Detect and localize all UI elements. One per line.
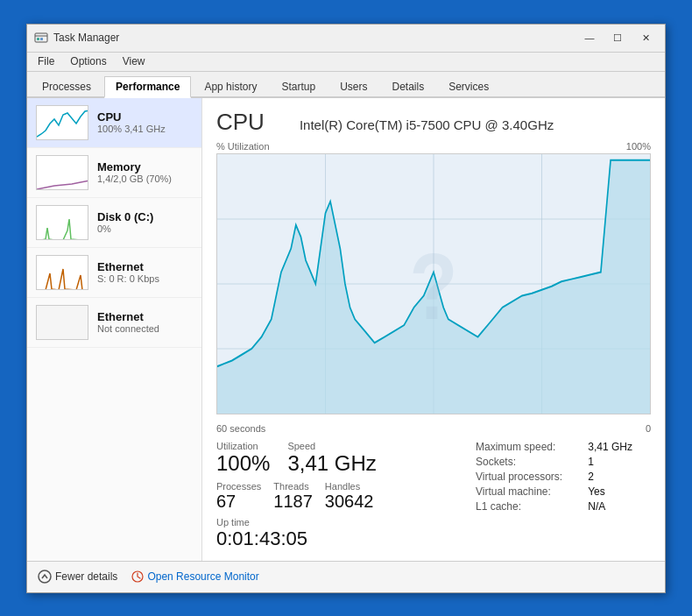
right-stats-grid: Maximum speed: 3,41 GHz Sockets: 1 Virtu… [476, 441, 651, 513]
chevron-up-icon [38, 570, 52, 584]
left-stats: Utilization 100% Speed 3,41 GHz Processe… [216, 441, 458, 550]
ethernet2-info: Ethernet Not connected [97, 310, 193, 334]
x-min: 60 seconds [216, 423, 265, 434]
title-bar-left: Task Manager [34, 31, 119, 45]
tab-users[interactable]: Users [328, 76, 378, 96]
y-label: % Utilization [216, 141, 270, 152]
cpu-header: CPU Intel(R) Core(TM) i5-7500 CPU @ 3.40… [216, 109, 651, 136]
ethernet2-mini-chart [37, 306, 88, 340]
close-button[interactable]: ✕ [633, 29, 658, 46]
ethernet1-thumb [36, 255, 88, 290]
disk-info: Disk 0 (C:) 0% [97, 210, 193, 234]
cpu-chart-svg: ? [217, 154, 650, 414]
ethernet1-mini-chart [37, 256, 88, 290]
utilization-value: 100% [216, 451, 270, 476]
virtual-proc-value: 2 [588, 471, 651, 483]
ethernet2-thumb [36, 305, 88, 340]
sidebar-item-disk[interactable]: Disk 0 (C:) 0% [27, 198, 201, 248]
right-stats: Maximum speed: 3,41 GHz Sockets: 1 Virtu… [476, 441, 651, 550]
cpu-thumb [36, 105, 88, 140]
tab-bar: Processes Performance App history Startu… [27, 72, 665, 98]
title-bar: Task Manager — ☐ ✕ [27, 25, 665, 53]
processes-label: Processes [216, 481, 261, 492]
processes-block: Processes 67 [216, 481, 261, 512]
cpu-sublabel: 100% 3,41 GHz [97, 124, 193, 134]
sidebar: CPU 100% 3,41 GHz Memory 1,4/2,0 GB (70%… [27, 98, 202, 561]
sockets-value: 1 [588, 456, 651, 468]
open-resource-monitor-button[interactable]: Open Resource Monitor [131, 570, 258, 583]
fewer-details-button[interactable]: Fewer details [38, 570, 117, 584]
virtual-proc-label: Virtual processors: [476, 471, 581, 483]
speed-block: Speed 3,41 GHz [287, 441, 376, 476]
footer: Fewer details Open Resource Monitor [27, 561, 665, 592]
memory-info: Memory 1,4/2,0 GB (70%) [97, 160, 193, 184]
window-title: Task Manager [53, 32, 119, 44]
handles-block: Handles 30642 [325, 481, 374, 512]
disk-label: Disk 0 (C:) [97, 210, 193, 223]
maximize-button[interactable]: ☐ [605, 29, 630, 46]
handles-label: Handles [325, 481, 374, 492]
l1-cache-label: L1 cache: [476, 500, 581, 513]
task-manager-window: Task Manager — ☐ ✕ File Options View Pro… [26, 24, 666, 593]
disk-sublabel: 0% [97, 223, 193, 234]
handles-value: 30642 [325, 492, 374, 512]
app-icon [34, 31, 48, 45]
memory-thumb [36, 155, 88, 190]
menu-bar: File Options View [27, 53, 665, 72]
menu-view[interactable]: View [116, 53, 152, 69]
ethernet1-label: Ethernet [97, 260, 193, 273]
stats-row-1: Utilization 100% Speed 3,41 GHz [216, 441, 458, 476]
cpu-model: Intel(R) Core(TM) i5-7500 CPU @ 3.40GHz [300, 117, 554, 132]
tab-details[interactable]: Details [380, 76, 435, 96]
disk-mini-chart [37, 206, 88, 240]
tab-performance[interactable]: Performance [104, 76, 191, 98]
max-speed-value: 3,41 GHz [588, 441, 651, 453]
l1-cache-value: N/A [588, 500, 651, 513]
tab-services[interactable]: Services [437, 76, 500, 96]
svg-rect-4 [37, 306, 88, 340]
main-panel: CPU Intel(R) Core(TM) i5-7500 CPU @ 3.40… [202, 98, 665, 561]
svg-rect-2 [37, 38, 39, 40]
svg-rect-3 [40, 38, 43, 40]
utilization-label: Utilization [216, 441, 270, 451]
virtual-machine-label: Virtual machine: [476, 485, 581, 498]
sockets-label: Sockets: [476, 456, 581, 468]
menu-options[interactable]: Options [63, 53, 113, 69]
minimize-button[interactable]: — [577, 29, 602, 46]
ethernet1-sublabel: S: 0 R: 0 Kbps [97, 273, 193, 284]
tab-app-history[interactable]: App history [193, 76, 268, 96]
uptime-value: 0:01:43:05 [216, 527, 458, 550]
cpu-label: CPU [97, 110, 193, 124]
sidebar-item-ethernet1[interactable]: Ethernet S: 0 R: 0 Kbps [27, 248, 201, 298]
tab-processes[interactable]: Processes [31, 76, 102, 96]
threads-block: Threads 1187 [273, 481, 313, 512]
y-max: 100% [626, 141, 651, 152]
memory-sublabel: 1,4/2,0 GB (70%) [97, 173, 193, 184]
sidebar-item-cpu[interactable]: CPU 100% 3,41 GHz [27, 98, 201, 148]
max-speed-label: Maximum speed: [476, 441, 581, 453]
chart-label-top: % Utilization 100% [216, 141, 651, 152]
svg-point-12 [39, 570, 51, 583]
disk-thumb [36, 205, 88, 240]
processes-value: 67 [216, 492, 261, 512]
tab-startup[interactable]: Startup [270, 76, 327, 96]
speed-label: Speed [287, 441, 376, 451]
sidebar-item-ethernet2[interactable]: Ethernet Not connected [27, 298, 201, 348]
fewer-details-label: Fewer details [55, 570, 117, 583]
x-max: 0 [646, 423, 651, 434]
sidebar-item-memory[interactable]: Memory 1,4/2,0 GB (70%) [27, 148, 201, 198]
stats-area: Utilization 100% Speed 3,41 GHz Processe… [216, 441, 651, 550]
ethernet2-sublabel: Not connected [97, 323, 193, 334]
chart-label-bottom: 60 seconds 0 [216, 423, 651, 434]
cpu-title: CPU [216, 109, 265, 136]
monitor-icon [131, 570, 144, 583]
menu-file[interactable]: File [31, 53, 61, 69]
stats-row-2: Processes 67 Threads 1187 Handles 30642 [216, 481, 458, 512]
main-content: CPU 100% 3,41 GHz Memory 1,4/2,0 GB (70%… [27, 98, 665, 561]
cpu-chart: ? [216, 153, 651, 414]
ethernet2-label: Ethernet [97, 310, 193, 323]
cpu-info: CPU 100% 3,41 GHz [97, 110, 193, 134]
memory-label: Memory [97, 160, 193, 173]
svg-text:?: ? [410, 233, 458, 339]
cpu-mini-chart [37, 106, 88, 140]
